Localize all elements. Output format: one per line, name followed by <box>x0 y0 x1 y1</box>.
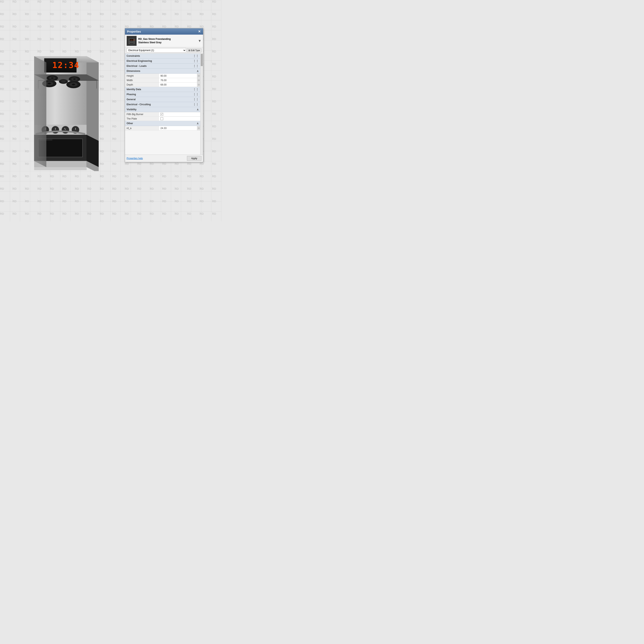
svg-point-21 <box>61 80 66 83</box>
edit-type-label: Edit Type <box>191 49 200 52</box>
svg-point-16 <box>51 77 54 79</box>
visibility-fifth-burner-row: Fifth Big Burner ✓ <box>125 112 200 117</box>
width-label: Width <box>125 78 159 82</box>
the-plate-checkbox[interactable] <box>160 117 163 120</box>
section-phasing[interactable]: Phasing ⋮⋮ <box>125 92 200 97</box>
scroll-thumb[interactable] <box>201 54 203 66</box>
dimensions-label: Dimensions <box>127 70 140 72</box>
dropdown-arrow-icon[interactable]: ▼ <box>198 39 201 43</box>
panel-title: Properties <box>127 30 141 33</box>
properties-help-link[interactable]: Properties help <box>127 157 143 160</box>
electrical-loads-label: Electrical - Loads <box>127 65 147 67</box>
svg-marker-44 <box>34 167 87 170</box>
apply-button[interactable]: Apply <box>187 156 201 161</box>
component-name-block: RD_Gas Stove Freestanding Stainless Stee… <box>138 37 171 44</box>
panel-titlebar: Properties ✕ <box>125 28 203 35</box>
depth-label: Depth <box>125 83 159 87</box>
svg-marker-45 <box>34 56 46 167</box>
svg-point-49 <box>130 42 131 43</box>
vis-toggle-icon: ∧ <box>197 108 199 111</box>
edit-type-button[interactable]: ⊞ Edit Type <box>187 49 201 52</box>
width-value[interactable]: 76.00 <box>159 78 197 82</box>
fifth-burner-label: Fifth Big Burner <box>125 112 159 116</box>
ph-toggle-icon: ⋮⋮ <box>193 93 199 96</box>
the-plate-label: The Plate <box>125 117 159 121</box>
constraints-label: Constraints <box>127 55 140 57</box>
close-button[interactable]: ✕ <box>198 30 201 33</box>
fifth-burner-checkbox[interactable]: ✓ <box>160 113 163 116</box>
scroll-track[interactable] <box>200 54 203 155</box>
properties-panel: Properties ✕ 12:34 RD_Gas Stove Freestan… <box>125 28 203 162</box>
panel-header: 12:34 RD_Gas Stove Freestanding Stainles… <box>125 35 203 47</box>
visibility-the-plate-row: The Plate <box>125 117 200 121</box>
rda-row: rd_a 24.33 □ <box>125 126 200 130</box>
el-toggle-icon: ⋮⋮ <box>193 64 199 68</box>
rda-label: rd_a <box>125 126 159 130</box>
fifth-burner-checkmark: ✓ <box>161 113 163 116</box>
section-identity-data[interactable]: Identity Data ⋮⋮ <box>125 87 200 92</box>
height-value[interactable]: 90.00 <box>159 74 197 78</box>
section-other[interactable]: Other ∧ <box>125 121 200 126</box>
section-dimensions[interactable]: Dimensions ∧ <box>125 69 200 74</box>
height-label: Height <box>125 74 159 78</box>
height-row: Height 90.00 □ <box>125 74 200 78</box>
panel-inner: Constraints ⋮⋮ Electrical Engineering ⋮⋮… <box>125 54 200 155</box>
stove-illustration: 12:34 <box>12 40 117 171</box>
other-label: Other <box>127 122 133 125</box>
general-label: General <box>127 98 136 101</box>
section-visibility[interactable]: Visibility ∧ <box>125 107 200 112</box>
width-btn[interactable]: □ <box>197 78 200 82</box>
other-toggle-icon: ∧ <box>197 122 199 125</box>
component-subtitle: Stainless Steel Gray <box>138 41 171 44</box>
component-icon: 12:34 <box>127 36 137 46</box>
constraints-toggle-icon: ⋮⋮ <box>193 54 199 58</box>
panel-footer: Properties help Apply <box>125 155 203 162</box>
svg-point-51 <box>132 42 133 43</box>
rda-value[interactable]: 24.33 <box>159 126 197 130</box>
category-dropdown[interactable]: Electrical Equipment (1) <box>127 48 186 53</box>
empty-space <box>125 130 200 155</box>
ec-toggle-icon: ⋮⋮ <box>193 103 199 106</box>
svg-point-13 <box>72 84 75 85</box>
visibility-label: Visibility <box>127 108 136 111</box>
width-row: Width 76.00 □ <box>125 78 200 83</box>
rda-btn[interactable]: □ <box>197 126 200 130</box>
svg-point-19 <box>73 78 76 80</box>
dim-toggle-icon: ∧ <box>197 69 199 73</box>
edit-type-icon: ⊞ <box>188 49 190 52</box>
the-plate-checkbox-area[interactable] <box>159 117 200 121</box>
section-general[interactable]: General ⋮⋮ <box>125 97 200 102</box>
dropdown-row: Electrical Equipment (1) ⊞ Edit Type <box>125 47 203 54</box>
electrical-engineering-label: Electrical Engineering <box>127 60 152 62</box>
phasing-label: Phasing <box>127 93 136 96</box>
fifth-burner-checkbox-area[interactable]: ✓ <box>159 112 200 116</box>
id-toggle-icon: ⋮⋮ <box>193 88 199 91</box>
svg-point-50 <box>131 42 132 43</box>
depth-btn[interactable]: □ <box>197 83 200 87</box>
height-btn[interactable]: □ <box>197 74 200 78</box>
electrical-circuiting-label: Electrical - Circuiting <box>127 103 151 106</box>
section-electrical-circuiting[interactable]: Electrical - Circuiting ⋮⋮ <box>125 102 200 107</box>
section-electrical-engineering[interactable]: Electrical Engineering ⋮⋮ <box>125 59 200 64</box>
identity-data-label: Identity Data <box>127 88 141 91</box>
component-name: RD_Gas Stove Freestanding <box>138 37 171 41</box>
svg-point-10 <box>48 83 51 84</box>
depth-row: Depth 68.00 □ <box>125 83 200 87</box>
section-constraints[interactable]: Constraints ⋮⋮ <box>125 54 200 59</box>
section-electrical-loads[interactable]: Electrical - Loads ⋮⋮ <box>125 64 200 69</box>
svg-text:12:34: 12:34 <box>52 61 79 70</box>
svg-text:12:34: 12:34 <box>130 39 135 41</box>
depth-value[interactable]: 68.00 <box>159 83 197 87</box>
panel-scrollable: Constraints ⋮⋮ Electrical Engineering ⋮⋮… <box>125 54 203 155</box>
gen-toggle-icon: ⋮⋮ <box>193 98 199 101</box>
ee-toggle-icon: ⋮⋮ <box>193 59 199 63</box>
